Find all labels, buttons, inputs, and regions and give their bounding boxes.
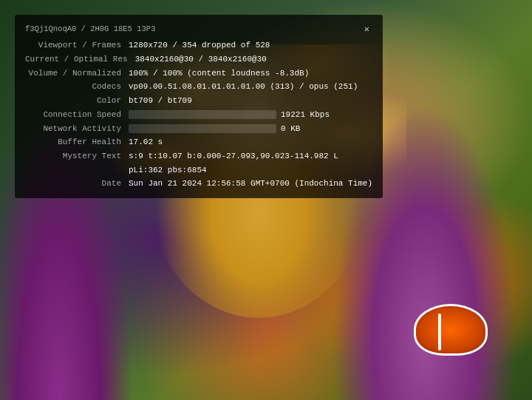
bar-track [129, 124, 276, 133]
stats-row: DateSun Jan 21 2024 12:56:58 GMT+0700 (I… [25, 177, 372, 191]
stats-row-value: 100% / 100% (content loudness -8.3dB) [129, 67, 309, 81]
stats-row-label: Mystery Text [25, 149, 129, 163]
stats-row-value: 0 KB [281, 122, 340, 136]
stats-row-value: 1280x720 / 354 dropped of 528 [129, 38, 270, 52]
close-button[interactable]: ✕ [361, 22, 372, 37]
stats-row-label: Network Activity [25, 122, 129, 136]
stats-row-label: Volume / Normalized [25, 67, 129, 81]
stats-row: Colorbt709 / bt709 [25, 94, 372, 108]
stats-row-label: Color [25, 94, 129, 108]
stats-row-value: s:9 t:10.07 b:0.000-27.093,90.023-114.98… [129, 149, 338, 163]
stats-row: Codecsvp09.00.51.08.01.01.01.01.00 (313)… [25, 80, 372, 94]
stats-row-label: Buffer Health [25, 135, 129, 149]
stats-title: f3Qj1QnoqA0 / 2H0G 18E5 13P3 [25, 23, 155, 36]
stats-row-value: 17.02 s [129, 135, 163, 149]
stats-row-value: 3840x2160@30 / 3840x2160@30 [135, 52, 267, 67]
stats-row-label: Date [25, 177, 129, 191]
bar-container: 19221 Kbps [129, 108, 340, 122]
stats-row: Mystery Texts:9 t:10.07 b:0.000-27.093,9… [25, 149, 372, 163]
stats-row: Volume / Normalized100% / 100% (content … [25, 67, 372, 81]
stats-row-label: Viewport / Frames [25, 38, 129, 52]
stats-row-value: Sun Jan 21 2024 12:56:58 GMT+0700 (Indoc… [129, 177, 372, 191]
stats-row-value: vp09.00.51.08.01.01.01.01.00 (313) / opu… [129, 80, 358, 94]
clownfish [414, 304, 488, 356]
stats-row-label: Current / Optimal Res [25, 52, 135, 67]
stats-row: pLi:362 pbs:6854 [25, 163, 372, 177]
stats-row: Connection Speed19221 Kbps [25, 108, 372, 122]
stats-overlay: f3Qj1QnoqA0 / 2H0G 18E5 13P3 ✕ Viewport … [15, 15, 383, 198]
stats-row-label: Connection Speed [25, 108, 129, 122]
stats-row-value: 19221 Kbps [281, 108, 340, 122]
stats-row-label: Codecs [25, 80, 129, 94]
bar-track [129, 110, 276, 119]
stats-row-value: bt709 / bt709 [129, 94, 192, 108]
stats-row-value: pLi:362 pbs:6854 [129, 163, 207, 177]
stats-row: Buffer Health17.02 s [25, 135, 372, 149]
stats-row: Viewport / Frames1280x720 / 354 dropped … [25, 38, 372, 52]
stats-title-row: f3Qj1QnoqA0 / 2H0G 18E5 13P3 ✕ [25, 22, 372, 37]
bar-container: 0 KB [129, 122, 340, 136]
stats-row: Network Activity0 KB [25, 122, 372, 136]
stats-row: Current / Optimal Res3840x2160@30 / 3840… [25, 52, 372, 67]
